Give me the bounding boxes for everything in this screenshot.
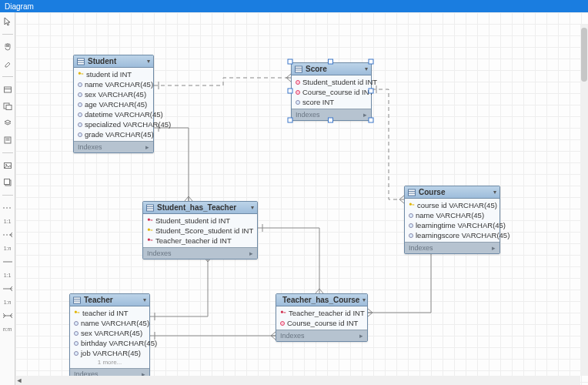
vertical-scrollbar[interactable] bbox=[580, 25, 588, 376]
column-text: learningtime VARCHAR(45) bbox=[416, 221, 506, 229]
column-icon bbox=[147, 236, 153, 245]
entity-student[interactable]: Student ▾ student id INT name VARCHAR(45… bbox=[73, 55, 154, 153]
table-column[interactable]: birthday VARCHAR(45) bbox=[70, 338, 149, 348]
table-column[interactable]: job VARCHAR(45) bbox=[70, 348, 149, 358]
entity-name: Course bbox=[419, 188, 490, 196]
rel-1-1-a-icon[interactable] bbox=[2, 202, 14, 214]
entity-thc[interactable]: Teacher_has_Course ▾ Teacher_teacher id … bbox=[276, 293, 368, 342]
table-icon bbox=[73, 296, 81, 304]
scrollbar-thumb[interactable] bbox=[581, 28, 587, 82]
table-column[interactable]: name VARCHAR(45) bbox=[70, 318, 149, 328]
table-column[interactable]: Course_course id INT bbox=[276, 318, 367, 328]
column-icon bbox=[78, 80, 82, 89]
entity-columns: course id VARCHAR(45) name VARCHAR(45) l… bbox=[405, 199, 499, 242]
scrollbar-left-arrow[interactable]: ◄ bbox=[15, 377, 23, 384]
rel-n-m-icon[interactable] bbox=[2, 310, 14, 322]
column-icon bbox=[147, 226, 153, 235]
new-table-icon[interactable] bbox=[2, 83, 14, 95]
rel-1-1-b-icon[interactable] bbox=[2, 256, 14, 268]
column-text: job VARCHAR(45) bbox=[81, 349, 141, 357]
rel-1-1-a-label: 1:1 bbox=[4, 219, 12, 224]
entity-course[interactable]: Course ▾ course id VARCHAR(45) name VARC… bbox=[404, 186, 500, 254]
more-indicator[interactable]: 1 more... bbox=[70, 358, 149, 367]
diagram-canvas[interactable]: Student ▾ student id INT name VARCHAR(45… bbox=[15, 12, 588, 385]
entity-teacher[interactable]: Teacher ▾ teacher id INT name VARCHAR(45… bbox=[69, 293, 150, 380]
entity-indexes[interactable]: Indexes ▸ bbox=[74, 141, 153, 152]
eraser-tool-icon[interactable] bbox=[2, 58, 14, 70]
indexes-label: Indexes bbox=[280, 332, 305, 340]
column-text: Course_course id INT bbox=[287, 319, 358, 327]
table-column[interactable]: Student_student id INT bbox=[143, 216, 257, 226]
table-column[interactable]: sex VARCHAR(45) bbox=[74, 89, 153, 99]
table-column[interactable]: datetime VARCHAR(45) bbox=[74, 109, 153, 119]
column-text: course id VARCHAR(45) bbox=[417, 201, 497, 209]
column-text: teacher id INT bbox=[82, 309, 129, 317]
column-text: Student_Score_student id INT bbox=[155, 226, 253, 235]
column-icon bbox=[409, 201, 415, 209]
table-column[interactable]: name VARCHAR(45) bbox=[74, 79, 153, 89]
rel-1-n-a-icon[interactable] bbox=[2, 229, 14, 241]
entity-indexes[interactable]: Indexes ▸ bbox=[143, 247, 257, 259]
table-column[interactable]: teacher id INT bbox=[70, 308, 149, 318]
rel-1-n-b-icon[interactable] bbox=[2, 283, 14, 295]
entity-header[interactable]: Student_has_Teacher ▾ bbox=[143, 202, 257, 214]
chevron-right-icon: ▸ bbox=[492, 244, 496, 252]
table-column[interactable]: age VARCHAR(45) bbox=[74, 99, 153, 109]
entity-indexes[interactable]: Indexes ▸ bbox=[405, 242, 499, 253]
table-column[interactable]: Teacher_teacher id INT bbox=[143, 236, 257, 246]
stack-icon[interactable] bbox=[2, 176, 14, 189]
table-column[interactable]: course id VARCHAR(45) bbox=[405, 200, 499, 210]
column-text: sex VARCHAR(45) bbox=[81, 329, 142, 337]
image-icon[interactable] bbox=[2, 159, 14, 172]
entity-sht[interactable]: Student_has_Teacher ▾ Student_student id… bbox=[142, 201, 258, 259]
table-column[interactable]: Student_Score_student id INT bbox=[143, 226, 257, 236]
column-text: Teacher_teacher id INT bbox=[155, 236, 232, 245]
selection-handles bbox=[287, 59, 376, 125]
entity-header[interactable]: Course ▾ bbox=[405, 186, 499, 199]
table-column[interactable]: student id INT bbox=[74, 69, 153, 79]
entity-name: Teacher bbox=[84, 296, 140, 304]
horizontal-scrollbar[interactable]: ◄ bbox=[15, 376, 580, 385]
svg-rect-30 bbox=[329, 59, 333, 64]
entity-indexes[interactable]: Indexes ▸ bbox=[276, 330, 367, 341]
chevron-down-icon[interactable]: ▾ bbox=[147, 58, 150, 65]
entity-header[interactable]: Teacher ▾ bbox=[70, 294, 149, 306]
chevron-right-icon: ▸ bbox=[145, 143, 149, 151]
entity-name: Teacher_has_Course bbox=[282, 296, 359, 304]
column-text: grade VARCHAR(45) bbox=[85, 130, 154, 139]
column-icon bbox=[78, 110, 82, 119]
svg-rect-35 bbox=[329, 118, 333, 122]
svg-rect-3 bbox=[6, 105, 12, 110]
indexes-label: Indexes bbox=[147, 249, 172, 257]
pointer-tool-icon[interactable] bbox=[2, 15, 14, 28]
column-icon bbox=[74, 339, 79, 347]
chevron-down-icon[interactable]: ▾ bbox=[251, 204, 254, 211]
window-titlebar: Diagram bbox=[0, 0, 588, 12]
layer-icon[interactable] bbox=[2, 117, 14, 129]
window-title: Diagram bbox=[5, 2, 34, 11]
chevron-down-icon[interactable]: ▾ bbox=[362, 296, 366, 303]
table-column[interactable]: specialized VARCHAR(45) bbox=[74, 119, 153, 129]
table-column[interactable]: name VARCHAR(45) bbox=[405, 210, 499, 220]
svg-rect-32 bbox=[288, 89, 292, 93]
entity-header[interactable]: Teacher_has_Course ▾ bbox=[276, 294, 367, 306]
table-column[interactable]: learningscore VARCHAR(45) bbox=[405, 230, 499, 240]
chevron-down-icon[interactable]: ▾ bbox=[143, 296, 146, 303]
column-text: Student_student id INT bbox=[155, 216, 230, 225]
column-icon bbox=[74, 309, 80, 317]
chevron-down-icon[interactable]: ▾ bbox=[493, 189, 496, 196]
hand-tool-icon[interactable] bbox=[2, 41, 14, 53]
entity-name: Student_has_Teacher bbox=[157, 203, 248, 212]
new-view-icon[interactable] bbox=[2, 100, 14, 112]
column-icon bbox=[78, 90, 82, 99]
column-icon bbox=[74, 319, 79, 327]
note-icon[interactable] bbox=[2, 134, 14, 146]
entity-header[interactable]: Student ▾ bbox=[74, 55, 153, 68]
table-column[interactable]: Teacher_teacher id INT bbox=[276, 308, 367, 318]
indexes-label: Indexes bbox=[78, 143, 102, 151]
column-icon bbox=[78, 70, 84, 79]
table-column[interactable]: sex VARCHAR(45) bbox=[70, 328, 149, 338]
table-column[interactable]: grade VARCHAR(45) bbox=[74, 129, 153, 139]
table-icon bbox=[408, 189, 416, 196]
table-column[interactable]: learningtime VARCHAR(45) bbox=[405, 220, 499, 230]
